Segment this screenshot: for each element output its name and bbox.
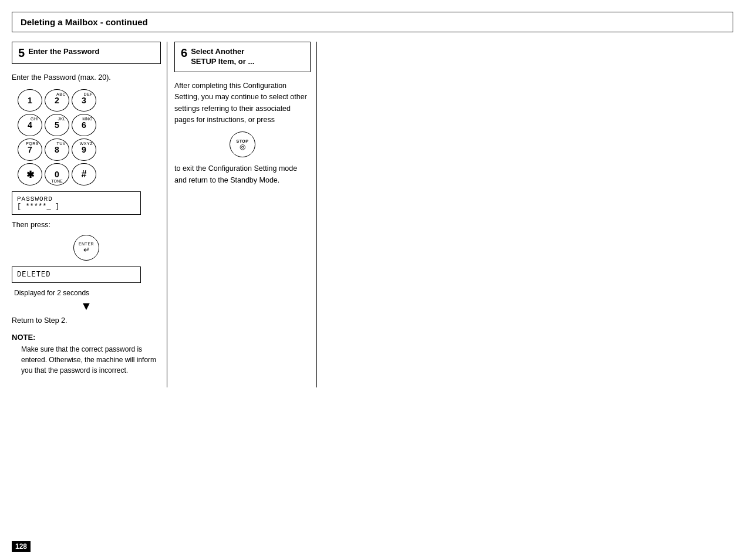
step6-column: 6 Select AnotherSETUP Item, or ... After… (167, 42, 317, 387)
step5-column: 5 Enter the Password Enter the Password … (12, 42, 167, 387)
page-title: Deleting a Mailbox - continued (12, 12, 733, 32)
step6-exit-text: to exit the Configuration Setting mode a… (174, 163, 311, 186)
keypad: 1 ABC 2 DEF 3 GHI 4 JKL 5 (18, 89, 161, 185)
enter-button[interactable]: ENTER ↵ (73, 235, 99, 261)
note-body: Make sure that the correct password is e… (21, 344, 161, 376)
return-text: Return to Step 2. (12, 316, 161, 325)
step5-body: Enter the Password (max. 20). (12, 72, 161, 83)
key-7-letters: PQRS (26, 141, 39, 146)
page-wrapper: Deleting a Mailbox - continued 5 Enter t… (0, 0, 745, 411)
key-6-letters: MNO (82, 117, 93, 121)
step5-number: 5 (18, 47, 25, 59)
key-4-value: 4 (28, 120, 32, 130)
then-press-text: Then press: (12, 221, 161, 229)
key-8[interactable]: TUV 8 (45, 139, 69, 161)
step6-title: Select AnotherSETUP Item, or ... (191, 47, 254, 67)
page-number: 128 (12, 541, 31, 552)
arrow-down-icon: ▼ (12, 299, 161, 313)
key-5-letters: JKL (58, 117, 66, 121)
lcd-value: [ *****_ ] (17, 203, 136, 211)
step5-title: Enter the Password (28, 47, 99, 57)
key-3-value: 3 (82, 96, 86, 105)
key-0-value: 0 (55, 170, 59, 179)
key-2-value: 2 (55, 96, 59, 105)
key-6-value: 6 (82, 120, 86, 130)
key-3-letters: DEF (84, 92, 93, 96)
stop-button[interactable]: STOP ◎ (230, 131, 255, 157)
key-9-value: 9 (82, 145, 86, 154)
step6-number: 6 (181, 47, 187, 59)
key-5[interactable]: JKL 5 (45, 114, 69, 136)
key-4-letters: GHI (31, 117, 39, 121)
key-3[interactable]: DEF 3 (72, 89, 96, 112)
key-hash[interactable]: # (72, 163, 96, 185)
key-2[interactable]: ABC 2 (45, 89, 69, 112)
key-0-label: TONE (51, 179, 62, 183)
key-hash-value: # (82, 169, 87, 180)
key-9[interactable]: WXYZ 9 (72, 139, 96, 161)
key-7-value: 7 (28, 145, 32, 154)
enter-arrow-icon: ↵ (83, 246, 90, 254)
step6-body: After completing this Configuration Sett… (174, 80, 311, 126)
displayed-for-text: Displayed for 2 seconds (14, 289, 161, 297)
columns-container: 5 Enter the Password Enter the Password … (12, 42, 733, 387)
key-2-letters: ABC (56, 92, 66, 96)
deleted-text: DELETED (17, 271, 50, 279)
key-star-value: ✱ (26, 169, 34, 180)
key-star[interactable]: ✱ (18, 163, 42, 185)
step5-header: 5 Enter the Password (12, 42, 161, 64)
step6-header: 6 Select AnotherSETUP Item, or ... (174, 42, 311, 72)
key-6[interactable]: MNO 6 (72, 114, 96, 136)
key-5-value: 5 (55, 120, 59, 130)
key-7[interactable]: PQRS 7 (18, 139, 42, 161)
note-section: NOTE: Make sure that the correct passwor… (12, 333, 161, 376)
key-4[interactable]: GHI 4 (18, 114, 42, 136)
key-0[interactable]: 0 TONE (45, 163, 69, 185)
deleted-lcd: DELETED (12, 266, 141, 283)
lcd-label: PASSWORD (17, 195, 136, 203)
key-8-letters: TUV (57, 141, 66, 146)
stop-icon: ◎ (240, 143, 245, 150)
key-1-value: 1 (28, 96, 32, 105)
key-8-value: 8 (55, 145, 59, 154)
note-label: NOTE: (12, 333, 35, 342)
key-1[interactable]: 1 (18, 89, 42, 112)
key-9-letters: WXYZ (80, 141, 93, 146)
password-lcd: PASSWORD [ *****_ ] (12, 191, 141, 215)
